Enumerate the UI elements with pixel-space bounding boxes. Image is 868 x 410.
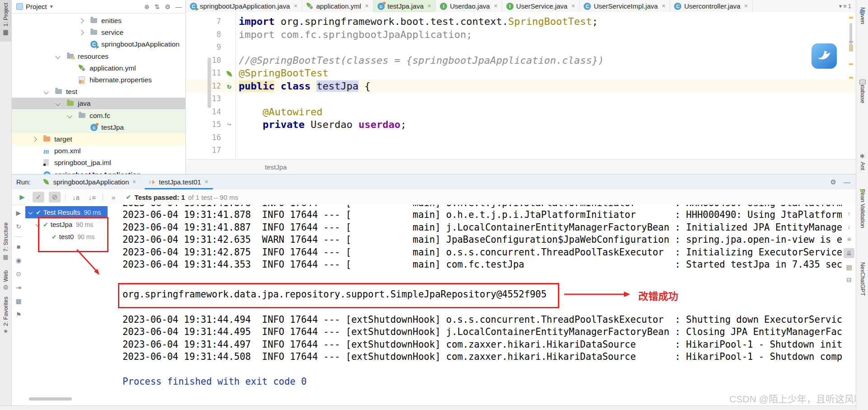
chevron-down-icon[interactable]: [55, 101, 60, 106]
close-icon[interactable]: ✕: [661, 3, 665, 9]
tree-item-hibernate-properties[interactable]: hibernate.properties: [12, 74, 185, 86]
stripe-mark[interactable]: [849, 77, 853, 79]
tool-button-1-project[interactable]: 1: Project▆: [0, 3, 11, 35]
clear-icon[interactable]: ⊟: [846, 276, 852, 283]
more-icon[interactable]: »: [108, 192, 119, 203]
editor-tab-testjpa-java[interactable]: ctestJpa.java✕: [373, 0, 436, 12]
code-line-16: 16: [186, 131, 856, 144]
tool-button-maven[interactable]: mMaven: [856, 7, 868, 24]
tree-item-enities[interactable]: enities: [12, 15, 185, 27]
tree-item-service[interactable]: service: [12, 27, 185, 38]
tool-button-web[interactable]: Web◍: [0, 270, 11, 290]
editor-tab-userdao-java[interactable]: IUserdao.java✕: [436, 0, 502, 12]
filter-passed-icon[interactable]: ✓: [33, 192, 44, 203]
settings-icon[interactable]: ⚙: [830, 178, 836, 186]
run-icon[interactable]: ▶: [16, 192, 28, 203]
tool-button-ant[interactable]: ✱Ant: [856, 153, 868, 170]
tree-item-springboot-jpa-iml[interactable]: springboot_jpa.iml: [12, 157, 185, 169]
tool-button-2-favorites[interactable]: 2: Favorites★: [0, 297, 11, 335]
sort-by-duration-icon[interactable]: ↓≡: [86, 192, 98, 203]
settings-icon[interactable]: ⚙: [165, 3, 170, 10]
tree-item-test[interactable]: test: [12, 86, 185, 98]
chevron-down-icon[interactable]: [36, 222, 40, 227]
chevron-down-icon[interactable]: [67, 113, 72, 118]
stripe-mark[interactable]: [849, 41, 853, 42]
editor-tab-userserviceimpl-java[interactable]: CUserServiceImpl.java✕: [580, 0, 670, 12]
hide-icon[interactable]: —: [175, 3, 182, 10]
tool-button-7-structure[interactable]: 7: Structure▦: [0, 222, 11, 260]
console-hscrollbar[interactable]: [29, 397, 72, 401]
locate-icon[interactable]: ⊕: [144, 3, 150, 10]
scroll-up-icon[interactable]: ↑: [848, 210, 851, 217]
tool-button-database[interactable]: Database: [856, 79, 868, 104]
hide-icon[interactable]: —: [844, 178, 850, 186]
close-icon[interactable]: ✕: [744, 3, 748, 9]
run-console[interactable]: 2023-06-04 19:31:41.878 INFO 17644 --- […: [108, 205, 842, 406]
test-node-test-results[interactable]: ✔Test Results90 ms: [25, 206, 108, 218]
close-icon[interactable]: ✕: [427, 3, 431, 9]
test-node-testjpa[interactable]: ✔testJpa90 ms: [25, 218, 108, 231]
code-line-17: 17: [186, 144, 856, 157]
run-tab-springbootjpaapplication[interactable]: springbootJpaApplication✕: [37, 174, 143, 189]
tree-item-testjpa[interactable]: ctestJpa: [12, 122, 185, 133]
editor-tab-application-yml[interactable]: application.yml✕: [302, 0, 373, 12]
scroll-down-icon[interactable]: ↓: [848, 223, 851, 230]
thread-dump-icon[interactable]: ◉: [16, 257, 21, 264]
scroll-to-end-icon[interactable]: ⇊: [844, 248, 854, 258]
close-icon[interactable]: ✕: [365, 3, 369, 9]
breadcrumb[interactable]: testJpa: [265, 163, 287, 171]
chevron-down-icon[interactable]: [43, 90, 48, 94]
run-panel-header: Run: springbootJpaApplication✕testJpa.te…: [12, 174, 856, 190]
tree-item-resources[interactable]: resources: [12, 51, 185, 62]
tool-button-bean-validation[interactable]: Bean Validation: [856, 189, 868, 228]
stripe-mark[interactable]: [849, 45, 853, 52]
tree-item-springbootjpaapplication[interactable]: CspringbootJpaApplication: [12, 169, 185, 174]
chevron-down-icon[interactable]: [28, 210, 33, 215]
chevron-right-icon[interactable]: [79, 30, 84, 35]
chevron-down-icon[interactable]: [55, 54, 60, 59]
close-icon[interactable]: ✕: [293, 3, 297, 9]
history-icon[interactable]: ▦: [15, 297, 21, 305]
tree-item-target[interactable]: target: [12, 133, 185, 145]
close-icon[interactable]: ✕: [204, 179, 208, 185]
stripe-mark[interactable]: [849, 17, 853, 19]
editor-tab-springbootjpaapplication-java[interactable]: CspringbootJpaApplication.java✕: [186, 0, 302, 12]
filter-ignored-icon[interactable]: ⊘: [49, 192, 61, 203]
print-icon[interactable]: ▤: [846, 264, 852, 271]
tree-item-springbootjpaapplication[interactable]: CspringbootJpaApplication: [12, 38, 185, 50]
code-editor[interactable]: 7import org.springframework.boot.test.co…: [186, 12, 856, 159]
run-tab-testjpa-test01[interactable]: testJpa.test01✕: [143, 174, 215, 189]
pin-icon[interactable]: ⚑: [16, 311, 22, 318]
chevron-down-icon[interactable]: ▼: [49, 4, 54, 9]
close-icon[interactable]: ✕: [571, 3, 575, 9]
soft-wrap-icon[interactable]: ≡: [847, 236, 851, 243]
modified-class-icon: c: [90, 124, 98, 131]
import-results-icon[interactable]: ⇥: [16, 284, 21, 291]
close-icon[interactable]: ✕: [494, 3, 498, 9]
sort-alphabetically-icon[interactable]: ↓a: [70, 192, 82, 203]
collapse-all-icon[interactable]: ⇅: [155, 3, 160, 10]
rerun-icon[interactable]: ▶: [16, 209, 21, 217]
rerun-failed-icon[interactable]: ↻: [16, 223, 21, 230]
editor-tab-usercontroller-java[interactable]: CUsercontroller.java✕: [670, 0, 752, 12]
spring-leaf-icon[interactable]: [225, 66, 234, 80]
stop-icon[interactable]: ■: [17, 243, 20, 250]
editor-tab-userservice-java[interactable]: IUserService.java✕: [502, 0, 580, 12]
chevron-right-icon[interactable]: [79, 18, 84, 23]
run-test-icon[interactable]: ↻: [225, 80, 234, 93]
close-icon[interactable]: ✕: [132, 179, 136, 185]
line-number: 12: [186, 80, 221, 93]
tree-item-application-yml[interactable]: application.yml: [12, 62, 185, 74]
tab-overflow-control[interactable]: ▾≡1: [839, 0, 856, 12]
tree-item-pom-xml[interactable]: mpom.xml: [12, 145, 185, 157]
tree-item-java[interactable]: java: [12, 98, 185, 109]
coverage-icon[interactable]: ⊙: [16, 270, 21, 278]
autowired-bean-icon[interactable]: ↪: [225, 118, 234, 131]
chevron-right-icon[interactable]: [32, 137, 37, 141]
editor-tab-label: testJpa.java: [387, 2, 424, 10]
project-panel-title[interactable]: Project: [26, 3, 47, 10]
tree-item-com-fc[interactable]: com.fc: [12, 110, 185, 122]
tool-button-nexchatgpt[interactable]: NexChatGPT: [856, 262, 868, 296]
stripe-mark[interactable]: [849, 63, 853, 65]
test-node-test0[interactable]: ✔test090 ms: [25, 231, 108, 243]
